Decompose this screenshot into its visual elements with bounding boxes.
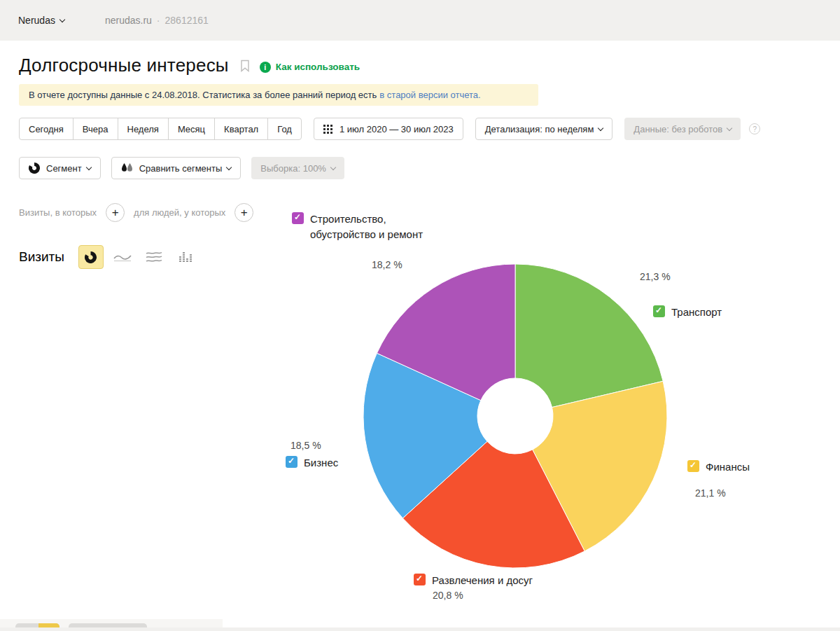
help-icon[interactable]: ?	[749, 123, 760, 134]
legend-item-construction: Строительство, обустройство и ремонт	[292, 212, 435, 242]
compare-drops-icon	[121, 163, 133, 173]
metrica-report-page: Nerudas nerudas.ru · 28612161 Долгосрочн…	[0, 0, 840, 631]
legend-item-business: Бизнес	[286, 456, 338, 471]
chevron-down-icon	[226, 164, 232, 169]
how-to-use-link[interactable]: Как использовать	[276, 62, 360, 72]
query-builder: Визиты, в которых + для людей, у которых…	[19, 203, 262, 222]
account-name: Nerudas	[18, 15, 55, 26]
chevron-down-icon	[598, 125, 603, 130]
legend-checkbox-entertainment[interactable]	[414, 574, 426, 585]
chevron-down-icon	[330, 164, 336, 169]
calendar-grid-icon	[323, 125, 333, 134]
metric-row: Визиты	[19, 245, 204, 269]
legend-checkbox-transport[interactable]	[653, 305, 665, 317]
data-mode-value: Данные: без роботов	[634, 124, 722, 134]
legend-label-construction: Строительство, обустройство и ремонт	[310, 212, 433, 242]
legend-label-entertainment: Развлечения и досуг	[432, 573, 533, 588]
period-year-button[interactable]: Год	[267, 118, 302, 140]
percent-business: 18,5 %	[290, 440, 321, 451]
stacked-area-icon	[146, 251, 162, 263]
compare-segments-dropdown[interactable]: Сравнить сегменты	[111, 157, 241, 179]
bottom-strip	[0, 627, 840, 631]
chevron-down-icon	[59, 16, 65, 22]
detalization-dropdown[interactable]: Детализация: по неделям	[475, 118, 613, 140]
pie-chart-svg	[350, 251, 680, 581]
legend-checkbox-finance[interactable]	[687, 460, 699, 472]
period-button-group: Сегодня Вчера Неделя Месяц Квартал Год	[19, 118, 302, 140]
legend-checkbox-business[interactable]	[286, 456, 298, 468]
visits-condition-label: Визиты, в которых	[19, 207, 97, 218]
chart-type-switcher	[78, 245, 204, 269]
period-month-button[interactable]: Месяц	[168, 118, 215, 140]
percent-construction: 18,2 %	[372, 259, 402, 270]
chart-type-pie-button[interactable]	[78, 245, 104, 269]
legend-checkbox-construction[interactable]	[292, 212, 304, 224]
chart-type-columns-button[interactable]	[173, 245, 198, 269]
old-report-link[interactable]: в старой версии отчета.	[379, 90, 480, 100]
date-range-value: 1 июл 2020 — 30 июл 2023	[340, 124, 454, 134]
legend-item-entertainment: Развлечения и досуг	[414, 574, 533, 588]
account-switcher[interactable]: Nerudas	[18, 15, 64, 26]
segment-dropdown[interactable]: Сегмент	[19, 157, 101, 179]
info-icon: i	[260, 62, 271, 73]
chevron-down-icon	[727, 125, 732, 130]
notice-text: В отчете доступны данные с 24.08.2018. С…	[29, 90, 377, 100]
bookmark-icon[interactable]	[240, 60, 250, 75]
metric-label: Визиты	[19, 249, 64, 265]
percent-finance: 21,1 %	[695, 487, 726, 499]
sampling-value: Выборка: 100%	[260, 163, 326, 174]
column-chart-icon	[178, 251, 192, 263]
line-chart-icon	[113, 251, 132, 263]
add-people-condition-button[interactable]: +	[234, 203, 253, 222]
compare-segments-label: Сравнить сегменты	[139, 163, 223, 174]
notice-banner: В отчете доступны данные с 24.08.2018. С…	[19, 84, 538, 106]
sampling-dropdown[interactable]: Выборка: 100%	[251, 157, 344, 179]
detalization-value: Детализация: по неделям	[485, 124, 594, 134]
period-today-button[interactable]: Сегодня	[19, 118, 74, 140]
legend-label-transport: Транспорт	[671, 305, 722, 320]
period-week-button[interactable]: Неделя	[118, 118, 169, 140]
segment-toolbar: Сегмент Сравнить сегменты Выборка: 100%	[19, 157, 344, 179]
people-condition-label: для людей, у которых	[134, 207, 225, 218]
legend-item-transport: Транспорт	[653, 305, 722, 320]
period-toolbar: Сегодня Вчера Неделя Месяц Квартал Год 1…	[19, 118, 760, 140]
title-row: Долгосрочные интересы i Как использовать	[19, 55, 360, 76]
site-domain[interactable]: nerudas.ru	[105, 15, 152, 26]
chart-type-stacked-button[interactable]	[141, 245, 167, 269]
legend-label-finance: Финансы	[706, 459, 750, 475]
counter-id: 28612161	[165, 15, 209, 26]
pie-segment-icon	[29, 162, 40, 174]
donut-chart-icon	[85, 251, 97, 263]
chart-type-line-button[interactable]	[110, 245, 135, 269]
legend-item-finance: Финансы	[687, 460, 750, 475]
add-visit-condition-button[interactable]: +	[106, 203, 125, 222]
percent-transport: 21,3 %	[640, 271, 671, 282]
period-quarter-button[interactable]: Квартал	[214, 118, 268, 140]
chevron-down-icon	[85, 164, 91, 169]
legend-label-business: Бизнес	[304, 455, 338, 471]
page-title: Долгосрочные интересы	[19, 55, 229, 76]
top-bar: Nerudas nerudas.ru · 28612161	[0, 0, 840, 41]
data-mode-dropdown[interactable]: Данные: без роботов	[624, 118, 741, 140]
percent-entertainment: 20,8 %	[433, 590, 463, 601]
separator-dot: ·	[157, 15, 160, 26]
period-yesterday-button[interactable]: Вчера	[73, 118, 118, 140]
segment-label: Сегмент	[46, 163, 82, 174]
pie-slice-0[interactable]	[515, 264, 663, 408]
date-range-button[interactable]: 1 июл 2020 — 30 июл 2023	[314, 118, 463, 140]
